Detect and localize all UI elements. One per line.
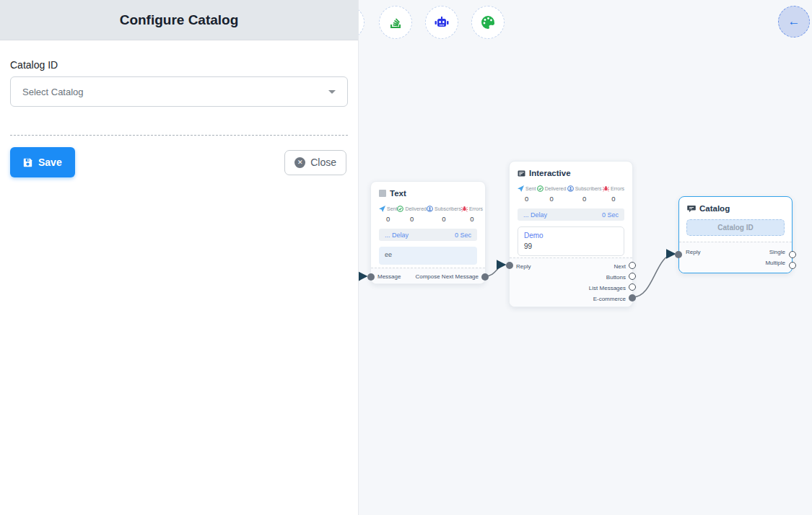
message-input-label: Message xyxy=(377,273,401,280)
subscribers-icon xyxy=(427,206,433,212)
stat-subscribers: Subscribers 0 xyxy=(427,206,461,223)
node-text-body: Text Sent 0 Delivered 0 Subscribers 0 xyxy=(371,182,485,265)
text-node-icon xyxy=(379,190,386,197)
catalog-select[interactable]: Select Catalog xyxy=(10,76,348,107)
stat-errors: Errors 0 xyxy=(603,185,624,203)
toolbar-button-stack[interactable] xyxy=(379,6,412,39)
node-text[interactable]: Text Sent 0 Delivered 0 Subscribers 0 xyxy=(370,181,486,284)
panel-title: Configure Catalog xyxy=(120,12,239,28)
reply-input-handle[interactable] xyxy=(506,262,513,269)
stat-sent: Sent 0 xyxy=(379,206,397,223)
node-catalog-header: Catalog xyxy=(687,204,784,213)
delay-bar[interactable]: ... Delay 0 Sec xyxy=(518,208,624,221)
catalog-id-label: Catalog ID xyxy=(10,59,348,71)
panel-actions: Save ✕ Close xyxy=(10,147,348,177)
output-single-label: Single xyxy=(769,249,785,255)
reply-input-handle[interactable] xyxy=(675,251,682,258)
node-interactive-footer: Reply Next Buttons List Messages E-comme… xyxy=(510,258,632,307)
chevron-down-icon xyxy=(328,90,336,94)
reply-input-label: Reply xyxy=(516,263,531,270)
message-box[interactable]: ee xyxy=(379,247,477,265)
delay-label: ... Delay xyxy=(523,211,547,219)
buttons-output-handle[interactable] xyxy=(629,273,636,280)
option-title: Demo xyxy=(524,232,618,239)
node-title: Text xyxy=(390,189,406,198)
delivered-icon xyxy=(397,206,403,212)
node-catalog[interactable]: Catalog Catalog ID Reply Single Multiple xyxy=(678,196,793,273)
save-button[interactable]: Save xyxy=(10,147,75,177)
node-catalog-body: Catalog xyxy=(679,197,792,213)
output-ecommerce-label: E-commerce xyxy=(510,294,632,304)
sent-icon xyxy=(518,185,524,192)
catalog-id-chip[interactable]: Catalog ID xyxy=(686,219,785,236)
multiple-output-handle[interactable] xyxy=(789,262,796,269)
interactive-stats: Sent 0 Delivered 0 Subscribers 0 Errors … xyxy=(518,185,624,203)
subscribers-icon xyxy=(567,185,574,192)
node-text-footer: Message Compose Next Message xyxy=(371,268,485,283)
select-placeholder: Select Catalog xyxy=(22,87,84,97)
panel-header: Configure Catalog xyxy=(0,0,358,40)
ecommerce-output-handle[interactable] xyxy=(629,294,636,301)
node-interactive[interactable]: Interactive Sent 0 Delivered 0 Subscribe… xyxy=(509,161,633,307)
edge-entry-to-text xyxy=(359,276,367,281)
compose-next-label: Compose Next Message xyxy=(415,273,479,280)
message-input-handle[interactable] xyxy=(367,273,375,281)
node-interactive-header: Interactive xyxy=(518,169,624,177)
option-value: 99 xyxy=(524,242,618,250)
output-multiple-label: Multiple xyxy=(679,258,792,268)
save-icon xyxy=(23,158,32,167)
close-button-label: Close xyxy=(310,157,336,168)
single-output-handle[interactable] xyxy=(789,251,796,258)
interactive-node-icon xyxy=(518,170,525,177)
compose-next-output-handle[interactable] xyxy=(481,273,489,281)
delay-label: ... Delay xyxy=(385,232,409,239)
back-button[interactable]: ← xyxy=(778,6,810,38)
node-text-header: Text xyxy=(379,189,477,198)
output-list-messages-label: List Messages xyxy=(510,283,632,294)
stat-delivered: Delivered 0 xyxy=(397,206,427,223)
edge-interactive-to-catalog xyxy=(633,254,675,297)
toolbar-button-hidden[interactable] xyxy=(359,6,364,39)
catalog-node-icon xyxy=(687,205,696,213)
delay-bar[interactable]: ... Delay 0 Sec xyxy=(379,229,477,241)
edge-text-to-interactive xyxy=(486,265,505,276)
panel-body: Catalog ID Select Catalog Save ✕ Close xyxy=(0,59,358,177)
close-button[interactable]: ✕ Close xyxy=(284,150,346,175)
text-stats: Sent 0 Delivered 0 Subscribers 0 Errors … xyxy=(379,206,477,223)
stat-subscribers: Subscribers 0 xyxy=(567,185,602,203)
stat-errors: Errors 0 xyxy=(461,206,483,223)
sent-icon xyxy=(379,206,385,212)
node-interactive-body: Interactive Sent 0 Delivered 0 Subscribe… xyxy=(510,162,632,256)
errors-icon xyxy=(603,185,609,192)
save-button-label: Save xyxy=(38,157,62,168)
node-title: Catalog xyxy=(699,204,730,213)
flow-canvas[interactable]: ← Text Sent 0 Delivered 0 xyxy=(359,0,812,515)
palette-icon xyxy=(480,14,496,30)
node-catalog-footer: Reply Single Multiple xyxy=(679,242,792,273)
delay-value: 0 Sec xyxy=(602,211,619,219)
stat-delivered: Delivered 0 xyxy=(537,185,567,203)
stat-sent: Sent 0 xyxy=(518,185,536,203)
config-panel: Configure Catalog Catalog ID Select Cata… xyxy=(0,0,359,515)
toolbar-button-theme[interactable] xyxy=(471,6,505,39)
list-messages-output-handle[interactable] xyxy=(629,283,636,291)
output-buttons-label: Buttons xyxy=(510,272,632,283)
output-next-label: Next xyxy=(614,263,626,270)
delay-value: 0 Sec xyxy=(455,232,471,239)
reply-input-label: Reply xyxy=(686,249,700,255)
close-icon: ✕ xyxy=(294,157,305,168)
errors-icon xyxy=(461,206,468,212)
robot-icon xyxy=(433,14,450,31)
arrow-left-icon: ← xyxy=(788,14,800,29)
next-output-handle[interactable] xyxy=(629,262,636,269)
flow-builder-screen: Configure Catalog Catalog ID Select Cata… xyxy=(0,0,812,515)
divider xyxy=(10,135,348,136)
node-title: Interactive xyxy=(529,169,571,177)
interactive-option-box[interactable]: Demo 99 xyxy=(518,226,624,256)
stack-icon xyxy=(388,14,403,30)
delivered-icon xyxy=(537,185,543,192)
toolbar-button-bot[interactable] xyxy=(425,6,458,39)
